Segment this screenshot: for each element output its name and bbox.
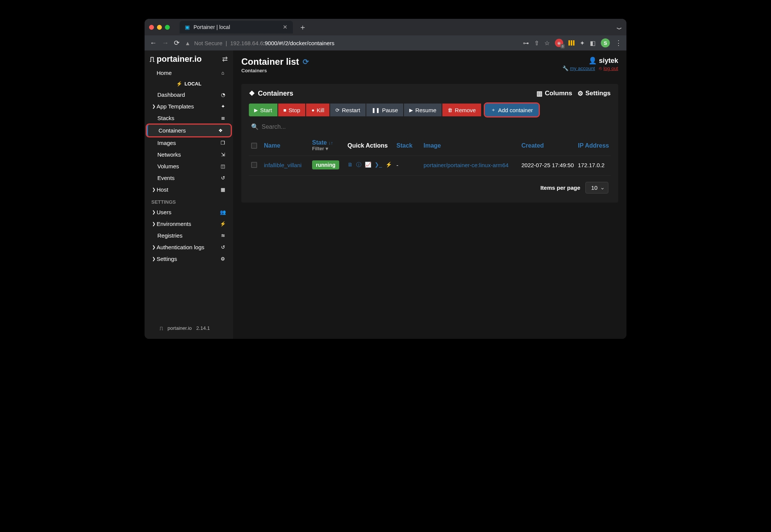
sidebar-item-registries[interactable]: Registries≋	[145, 230, 233, 241]
column-state[interactable]: State ↓↑ Filter ▾	[312, 139, 347, 152]
column-ip[interactable]: IP Address	[578, 142, 612, 149]
sidebar-item-settings[interactable]: ❯Settings⚙	[145, 253, 233, 265]
pause-button[interactable]: ❚❚Pause	[366, 104, 404, 116]
extensions-puzzle-icon[interactable]: ✦	[580, 40, 585, 47]
crane-icon: ⎍	[150, 55, 154, 64]
sidebar-item-environments[interactable]: ❯Environments⚡	[145, 218, 233, 230]
resume-button[interactable]: ▶Resume	[404, 104, 442, 116]
cell-name[interactable]: infallible_villani	[264, 162, 312, 168]
items-per-page-label: Items per page	[540, 184, 580, 191]
panel-title: ❖ Containers	[249, 89, 293, 98]
sidebar-item-home[interactable]: Home⌂	[145, 67, 233, 79]
items-per-page-select[interactable]: 10	[585, 182, 608, 194]
extension-bars-icon[interactable]	[568, 40, 574, 46]
user-icon: 👤	[588, 56, 597, 65]
page-title: Container list ⟳	[241, 56, 309, 67]
share-icon[interactable]: ⇧	[534, 40, 539, 47]
sidebar-item-users[interactable]: ❯Users👥	[145, 206, 233, 218]
sidebar-item-events[interactable]: Events↺	[145, 172, 233, 184]
inspect-icon[interactable]: ⓘ	[356, 162, 361, 168]
stats-icon[interactable]: 📈	[365, 162, 371, 168]
start-button[interactable]: ▶Start	[249, 104, 277, 116]
filter-icon: ▾	[326, 146, 328, 152]
logout-icon: ⎋	[599, 66, 602, 71]
sidebar: ⎍ portainer.io ⇄ Home⌂ ⚡ LOCAL Dashboard…	[145, 50, 233, 339]
security-label: Not Secure	[194, 40, 222, 46]
sidebar-item-app-templates[interactable]: ❯App Templates✦	[145, 101, 233, 112]
panel-actions: ▥Columns ⚙Settings	[536, 90, 611, 98]
search-icon: 🔍	[251, 123, 259, 130]
chevron-right-icon: ❯	[152, 256, 157, 261]
sidebar-item-volumes[interactable]: Volumes◫	[145, 160, 233, 172]
sidebar-item-networks[interactable]: Networks⇲	[145, 149, 233, 160]
attach-icon[interactable]: ⚡	[386, 162, 392, 168]
page-header: Container list ⟳ Containers 👤 siytek 🔧 m…	[241, 56, 618, 73]
action-buttons-row: ▶Start ■Stop ●Kill ⟳Restart ❚❚Pause ▶Res…	[249, 104, 611, 116]
column-image[interactable]: Image	[424, 142, 521, 149]
browser-toolbar-right: ⊶ ⇧ ☆ ◉ ✦ ◧ S ⋮	[523, 38, 621, 47]
wrench-icon: 🔧	[562, 66, 568, 71]
stop-button[interactable]: ■Stop	[278, 104, 306, 116]
bomb-icon: ●	[311, 107, 314, 113]
plug-icon: ⚡	[219, 221, 226, 227]
sidebar-item-auth-logs[interactable]: ❯Authentication logs↺	[145, 241, 233, 253]
state-badge: running	[312, 160, 339, 169]
logs-icon[interactable]: 🗎	[347, 162, 353, 168]
restart-button[interactable]: ⟳Restart	[330, 104, 365, 116]
logout-link[interactable]: log out	[603, 66, 618, 71]
column-created[interactable]: Created	[521, 142, 578, 149]
containers-table: Name State ↓↑ Filter ▾ Quick Actions Sta…	[249, 136, 611, 196]
column-stack[interactable]: Stack	[396, 142, 424, 149]
sidebar-item-images[interactable]: Images❐	[145, 137, 233, 149]
bookmark-star-icon[interactable]: ☆	[544, 40, 550, 47]
panel-icon[interactable]: ◧	[590, 40, 596, 47]
stop-icon: ■	[283, 107, 286, 113]
my-account-link[interactable]: my account	[570, 66, 595, 71]
extension-red-icon[interactable]: ◉	[555, 39, 563, 47]
cell-quick-actions: 🗎 ⓘ 📈 ❯_ ⚡	[347, 162, 396, 168]
user-name[interactable]: 👤 siytek	[562, 56, 618, 65]
portainer-logo[interactable]: ⎍ portainer.io	[150, 54, 202, 64]
new-tab-button[interactable]: ＋	[296, 22, 309, 32]
minimize-window-button[interactable]	[157, 25, 162, 30]
settings-button[interactable]: ⚙Settings	[577, 90, 611, 98]
browser-menu-icon[interactable]: ⋮	[615, 39, 621, 47]
column-name[interactable]: Name	[264, 142, 312, 149]
sidebar-item-stacks[interactable]: Stacks≣	[145, 112, 233, 124]
kill-button[interactable]: ●Kill	[306, 104, 329, 116]
columns-button[interactable]: ▥Columns	[536, 90, 572, 98]
reload-icon[interactable]: ⟳	[174, 39, 180, 47]
nav-back-icon[interactable]: ←	[150, 39, 157, 47]
select-all-checkbox[interactable]	[251, 143, 257, 149]
refresh-icon[interactable]: ⟳	[303, 57, 309, 66]
url-field[interactable]: ▲ Not Secure | 192.168.64.6:9000/#!/2/do…	[185, 40, 518, 46]
maximize-window-button[interactable]	[165, 25, 170, 30]
close-window-button[interactable]	[149, 25, 154, 30]
tab-overflow-icon[interactable]: ⌄	[614, 23, 624, 31]
images-icon: ❐	[219, 140, 226, 146]
sidebar-item-dashboard[interactable]: Dashboard◔	[145, 89, 233, 101]
trash-icon: 🗑	[448, 107, 453, 113]
cell-image[interactable]: portainer/portainer-ce:linux-arm64	[424, 162, 521, 168]
exec-console-icon[interactable]: ❯_	[375, 162, 382, 168]
close-tab-icon[interactable]: ✕	[283, 24, 288, 30]
profile-avatar[interactable]: S	[601, 38, 610, 47]
add-container-button[interactable]: ＋Add container	[485, 104, 539, 116]
browser-tab-strip: ▣ Portainer | local ✕ ＋ ⌄	[145, 19, 626, 35]
crane-icon: ⎍	[160, 325, 163, 331]
browser-tab[interactable]: ▣ Portainer | local ✕	[180, 21, 293, 34]
row-checkbox[interactable]	[251, 162, 257, 168]
gauge-icon: ◔	[219, 92, 226, 98]
search-input[interactable]	[262, 123, 375, 130]
history-icon: ↺	[219, 175, 226, 181]
sidebar-item-containers[interactable]: Containers❖	[147, 125, 231, 136]
sidebar-environment-local[interactable]: ⚡ LOCAL	[145, 79, 233, 89]
key-icon[interactable]: ⊶	[523, 40, 529, 47]
browser-address-bar: ← → ⟳ ▲ Not Secure | 192.168.64.6:9000/#…	[145, 35, 626, 50]
user-block: 👤 siytek 🔧 my account ⎋ log out	[562, 56, 618, 71]
columns-icon: ▥	[536, 90, 542, 98]
sidebar-item-host[interactable]: ❯Host▦	[145, 184, 233, 195]
chevron-right-icon: ❯	[152, 221, 157, 226]
sidebar-collapse-icon[interactable]: ⇄	[222, 55, 228, 63]
remove-button[interactable]: 🗑Remove	[442, 104, 481, 116]
